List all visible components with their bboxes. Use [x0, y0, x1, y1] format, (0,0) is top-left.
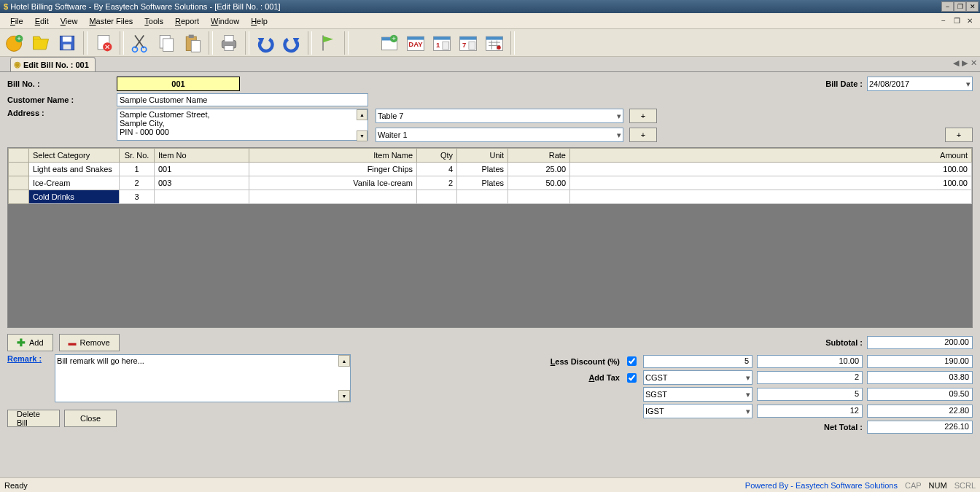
- tax2-pct[interactable]: 5: [757, 388, 863, 401]
- toolbar-save-icon[interactable]: [55, 31, 79, 55]
- cell-amount[interactable]: 100.00: [570, 176, 972, 190]
- scroll-up-icon[interactable]: ▲: [338, 355, 350, 367]
- remark-label[interactable]: Remark :: [7, 354, 42, 363]
- cell-srno[interactable]: 3: [120, 190, 155, 204]
- col-amount[interactable]: Amount: [570, 149, 972, 163]
- toolbar-cal1-icon[interactable]: 1: [430, 31, 454, 55]
- toolbar-delete-icon[interactable]: ✕: [92, 31, 115, 55]
- cell-srno[interactable]: 1: [120, 163, 155, 176]
- customer-name-input[interactable]: [117, 93, 368, 106]
- toolbar-open-icon[interactable]: [29, 31, 52, 55]
- table-row[interactable]: Light eats and Snakes1001Finger Chips4Pl…: [9, 163, 972, 176]
- col-rate[interactable]: Rate: [508, 149, 570, 163]
- table-add-button[interactable]: +: [629, 109, 657, 123]
- cell-amount[interactable]: [570, 190, 972, 204]
- tax3-select[interactable]: IGST▾: [643, 404, 752, 418]
- col-category[interactable]: Select Category: [29, 149, 120, 163]
- cell-qty[interactable]: 2: [417, 176, 457, 190]
- menu-file[interactable]: File: [4, 15, 29, 27]
- cell-itemno[interactable]: 003: [155, 176, 249, 190]
- scroll-down-icon[interactable]: ▼: [357, 130, 368, 141]
- menu-master-files[interactable]: Master Files: [83, 15, 139, 27]
- mdi-close-button[interactable]: ✕: [964, 16, 976, 26]
- mdi-restore-button[interactable]: ❐: [951, 16, 962, 26]
- waiter-add-button[interactable]: +: [629, 128, 657, 142]
- row-selector[interactable]: [9, 176, 29, 190]
- add-row-button[interactable]: ✚ Add: [7, 334, 53, 351]
- col-itemname[interactable]: Item Name: [249, 149, 417, 163]
- toolbar-new-date-icon[interactable]: +: [378, 31, 401, 55]
- toolbar-copy-icon[interactable]: [155, 31, 178, 55]
- toolbar-day-icon[interactable]: DAY: [404, 31, 427, 55]
- menu-edit[interactable]: Edit: [29, 15, 55, 27]
- toolbar-new-icon[interactable]: +: [3, 31, 26, 55]
- cell-qty[interactable]: [417, 190, 457, 204]
- cell-rate[interactable]: 50.00: [508, 176, 570, 190]
- billno-field[interactable]: 001: [117, 77, 240, 91]
- toolbar-flag-icon[interactable]: [316, 31, 340, 55]
- delete-bill-button[interactable]: Delete Bill: [7, 410, 60, 427]
- cell-unit[interactable]: Plates: [457, 163, 508, 176]
- col-unit[interactable]: Unit: [457, 149, 508, 163]
- extra-add-button[interactable]: +: [945, 128, 973, 142]
- cell-category[interactable]: Cold Drinks: [29, 190, 120, 204]
- cell-itemname[interactable]: [249, 190, 417, 204]
- menu-window[interactable]: Window: [205, 15, 245, 27]
- menu-report[interactable]: Report: [169, 15, 205, 27]
- scroll-down-icon[interactable]: ▼: [338, 390, 350, 402]
- tab-close-icon[interactable]: ✕: [971, 58, 977, 68]
- cell-itemno[interactable]: 001: [155, 163, 249, 176]
- toolbar-paste-icon[interactable]: [181, 31, 204, 55]
- remark-input[interactable]: Bill remark will go here... ▲ ▼: [55, 354, 351, 402]
- cell-unit[interactable]: Plates: [457, 176, 508, 190]
- toolbar-undo-icon[interactable]: [254, 31, 277, 55]
- restore-button[interactable]: ❐: [954, 1, 966, 12]
- close-bill-button[interactable]: Close: [64, 410, 117, 427]
- cell-itemname[interactable]: Vanila Ice-cream: [249, 176, 417, 190]
- billdate-field[interactable]: 24/08/2017▾: [867, 77, 973, 91]
- powered-by-link[interactable]: Powered By - Easytech Software Solutions: [745, 481, 898, 490]
- toolbar-redo-icon[interactable]: [280, 31, 303, 55]
- cell-category[interactable]: Light eats and Snakes: [29, 163, 120, 176]
- cell-srno[interactable]: 2: [120, 176, 155, 190]
- table-select[interactable]: Table 7▾: [376, 109, 623, 123]
- table-row[interactable]: Ice-Cream2003Vanila Ice-cream2Plates50.0…: [9, 176, 972, 190]
- toolbar-print-icon[interactable]: [217, 31, 241, 55]
- cell-itemno[interactable]: [155, 190, 249, 204]
- row-selector[interactable]: [9, 190, 29, 204]
- tax1-select[interactable]: CGST▾: [643, 370, 752, 385]
- menu-help[interactable]: Help: [245, 15, 273, 27]
- cell-unit[interactable]: [457, 190, 508, 204]
- minimize-button[interactable]: −: [941, 1, 954, 12]
- toolbar-cut-icon[interactable]: [128, 31, 152, 55]
- waiter-select[interactable]: Waiter 1▾: [376, 128, 623, 142]
- cell-itemname[interactable]: Finger Chips: [249, 163, 417, 176]
- row-selector[interactable]: [9, 163, 29, 176]
- col-qty[interactable]: Qty: [417, 149, 457, 163]
- menu-view[interactable]: View: [55, 15, 84, 27]
- cell-category[interactable]: Ice-Cream: [29, 176, 120, 190]
- cell-amount[interactable]: 100.00: [570, 163, 972, 176]
- cell-rate[interactable]: [508, 190, 570, 204]
- toolbar-month-icon[interactable]: [483, 31, 506, 55]
- menu-tools[interactable]: Tools: [139, 15, 169, 27]
- cell-qty[interactable]: 4: [417, 163, 457, 176]
- tab-edit-bill[interactable]: ◉ Edit Bill No. : 001: [10, 57, 96, 71]
- tax2-select[interactable]: SGST▾: [643, 387, 752, 402]
- toolbar-cal7-icon[interactable]: 7: [456, 31, 480, 55]
- remove-row-button[interactable]: ▬ Remove: [59, 334, 120, 351]
- table-row[interactable]: Cold Drinks3: [9, 190, 972, 204]
- tab-next-icon[interactable]: ▶: [962, 58, 968, 68]
- tab-prev-icon[interactable]: ◀: [953, 58, 959, 68]
- discount-checkbox[interactable]: [627, 356, 637, 366]
- tax1-pct[interactable]: 2: [757, 371, 863, 384]
- address-input[interactable]: [117, 109, 368, 141]
- tax-checkbox[interactable]: [627, 373, 637, 383]
- tax3-pct[interactable]: 12: [757, 405, 863, 418]
- cell-rate[interactable]: 25.00: [508, 163, 570, 176]
- discount-pct-input[interactable]: 5: [643, 355, 752, 368]
- col-srno[interactable]: Sr. No.: [120, 149, 155, 163]
- col-itemno[interactable]: Item No: [155, 149, 249, 163]
- mdi-minimize-button[interactable]: −: [938, 16, 949, 26]
- close-button[interactable]: ✕: [966, 1, 979, 12]
